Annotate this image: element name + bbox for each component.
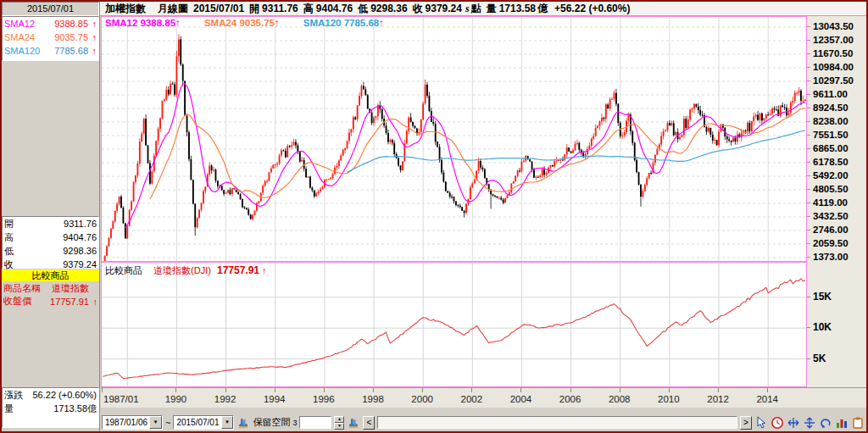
- price-axis-label: 6178.50: [813, 158, 849, 167]
- hand-tool-icon[interactable]: [347, 416, 360, 430]
- x-axis-label: 2008: [604, 394, 635, 404]
- range-start-value: 1987/01/06: [105, 418, 147, 427]
- zoom-horizontal-icon[interactable]: [787, 416, 800, 430]
- range-separator: ~: [165, 418, 170, 428]
- axis-tick: [422, 388, 423, 392]
- change-row: 量1713.58億: [3, 402, 98, 415]
- axis-tick: [807, 243, 810, 244]
- sma-legend-item: SMA120 7785.68↑: [303, 18, 384, 28]
- scroll-right-button[interactable]: >: [740, 416, 752, 430]
- scroll-left-button[interactable]: <: [363, 416, 375, 430]
- undo-icon[interactable]: [819, 416, 832, 430]
- up-arrow-icon: ↑: [175, 18, 181, 28]
- price-axis-label: 13043.50: [813, 22, 854, 31]
- main-chart-area[interactable]: SMA12 9388.85↑SMA24 9035.75↑SMA120 7785.…: [101, 16, 807, 262]
- change-volume-panel: 漲跌56.22 (+0.60%)量1713.58億: [2, 387, 99, 428]
- sma-legend-item: SMA24 9035.75↑: [204, 18, 280, 28]
- change-value: +56.22 (+0.60%): [554, 3, 630, 14]
- instrument-name: 加權指數: [105, 2, 146, 16]
- compare-chart-title: 比較商品: [105, 265, 142, 275]
- axis-tick: [620, 388, 620, 392]
- change-row: 漲跌56.22 (+0.60%): [3, 388, 98, 402]
- compare-axis-label: 5K: [813, 353, 826, 364]
- sma-row: SMA1207785.68↑: [3, 44, 98, 58]
- compare-row-label: 收盤價: [3, 295, 31, 308]
- compare-rows: 商品名稱道瓊指數收盤價17757.91↑: [2, 282, 99, 308]
- x-axis-label: 2002: [456, 394, 487, 404]
- quote-header-bar: 加權指數 月線圖 2015/07/01 開9311.76 高9404.76 低9…: [100, 2, 866, 16]
- ohlc-row-value: 9311.76: [14, 219, 97, 229]
- price-axis-label: 3432.50: [813, 212, 849, 221]
- compare-row-value: 17757.91: [31, 297, 89, 307]
- app-window: 2015/07/01 SMA129388.85↑SMA249035.75↑SMA…: [0, 0, 868, 433]
- compare-series-name: 道瓊指數(DJI): [153, 265, 211, 275]
- axis-tick: [807, 148, 810, 149]
- axis-tick: [324, 388, 325, 392]
- change-row-value: 1713.58億: [14, 402, 97, 415]
- compare-chart-area[interactable]: 比較商品 道瓊指數(DJI) 17757.91 ↑: [101, 262, 807, 387]
- price-axis-label: 1373.00: [813, 253, 849, 262]
- sma-row: SMA129388.85↑: [3, 17, 98, 31]
- axis-tick: [807, 80, 810, 81]
- header-date: 2015/07/01: [193, 3, 244, 14]
- sma-row-label: SMA24: [4, 32, 35, 42]
- axis-tick: [807, 358, 810, 359]
- reserve-space-input[interactable]: [299, 416, 331, 429]
- axis-tick: [225, 388, 226, 392]
- price-axis: 13043.5012357.0011670.5010984.0010297.50…: [807, 16, 866, 262]
- dji-line-chart[interactable]: [102, 263, 806, 386]
- volume-label: 量: [487, 2, 497, 16]
- clipboard-icon[interactable]: [851, 416, 865, 430]
- range-end-value: 2015/07/01: [176, 418, 219, 427]
- ohlc-row-label: 高: [4, 231, 14, 244]
- axis-tick: [807, 230, 810, 230]
- ohlc-row-label: 低: [4, 245, 14, 258]
- price-axis-label: 6865.00: [813, 144, 849, 153]
- compare-row-label: 商品名稱: [3, 282, 41, 295]
- low-label: 低: [358, 2, 368, 16]
- horizontal-scrollbar[interactable]: [377, 416, 737, 429]
- clock-tool-icon[interactable]: [771, 416, 784, 430]
- x-axis-label: 2012: [703, 394, 733, 404]
- range-end-dropdown[interactable]: 2015/07/01 ▾: [173, 415, 234, 430]
- compare-axis-label: 10K: [813, 322, 832, 333]
- period-label: 月線圖: [158, 2, 188, 16]
- hand-tool-icon[interactable]: [236, 416, 250, 430]
- compare-row-value: 道瓊指數: [41, 282, 89, 295]
- change-row-label: 量: [4, 402, 14, 415]
- ohlc-row-value: 9298.36: [14, 246, 97, 256]
- range-start-dropdown[interactable]: 1987/01/06 ▾: [102, 415, 163, 430]
- reserve-space-label: 保留空間: [253, 416, 290, 429]
- axis-tick: [767, 388, 768, 392]
- style-flag: s: [465, 3, 470, 15]
- low-value: 9298.36: [370, 3, 407, 14]
- up-arrow-icon: ↑: [88, 46, 97, 56]
- ohlc-panel: 開9311.76高9404.76低9298.36收9379.24: [2, 216, 99, 269]
- compare-section-header: 比較商品: [2, 269, 99, 281]
- taiex-candlestick-chart[interactable]: [102, 17, 806, 261]
- close-value: 9379.24: [426, 3, 462, 14]
- stepper-up-icon[interactable]: ▲: [334, 416, 344, 423]
- sma-legend-item: SMA12 9388.85↑: [105, 18, 181, 28]
- ohlc-row-label: 開: [4, 218, 14, 230]
- axis-tick: [102, 388, 103, 392]
- chevron-down-icon[interactable]: ▾: [149, 416, 162, 429]
- up-arrow-icon: ↑: [379, 18, 384, 28]
- stepper-down-icon[interactable]: ▼: [334, 423, 344, 430]
- sma-row-value: 9035.75: [35, 32, 88, 42]
- chevron-down-icon[interactable]: ▾: [221, 416, 234, 429]
- axis-tick: [807, 94, 810, 95]
- compare-chart-header: 比較商品 道瓊指數(DJI) 17757.91 ↑: [105, 264, 267, 277]
- reserve-space-stepper[interactable]: ▲ ▼: [334, 416, 344, 430]
- chart-tool-icon[interactable]: [835, 416, 849, 430]
- pointer-tool-icon[interactable]: [754, 416, 768, 430]
- x-axis-label: 1996: [309, 394, 339, 404]
- change-row-label: 漲跌: [4, 389, 23, 402]
- compare-last-value: 17757.91: [217, 264, 259, 276]
- x-axis-label: 2000: [407, 394, 437, 404]
- ohlc-row-value: 9404.76: [14, 232, 97, 242]
- sma-legend-text: SMA12 9388.85: [105, 18, 175, 28]
- zoom-vertical-icon[interactable]: [803, 416, 816, 430]
- sma-legend: SMA12 9388.85↑SMA24 9035.75↑SMA120 7785.…: [105, 18, 408, 28]
- x-axis-label: 2004: [505, 394, 536, 404]
